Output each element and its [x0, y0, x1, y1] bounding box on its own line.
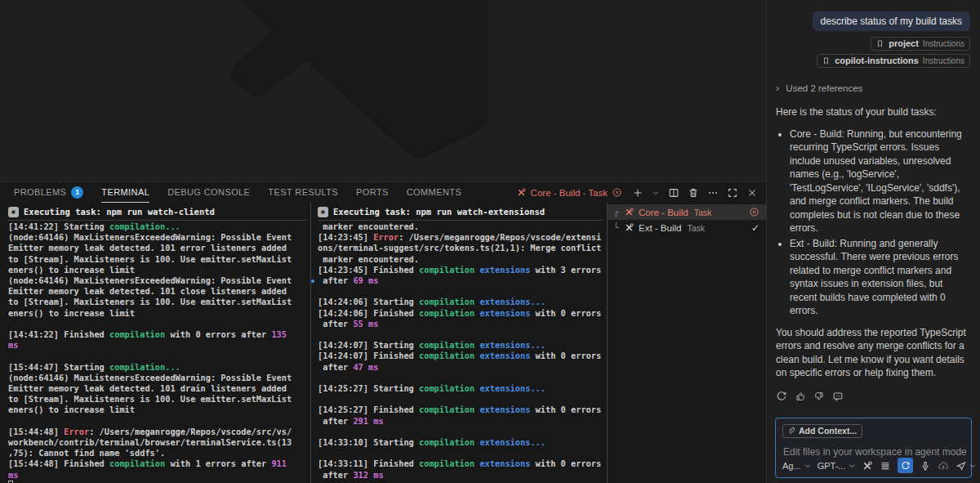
- tools-icon: [624, 222, 635, 233]
- terminal-output-client: [14:41:22] Starting compilation...(node:…: [8, 221, 307, 483]
- terminal-line: after 291 ms: [318, 416, 604, 427]
- terminal-line: Emitter memory leak detected. 101 drain …: [8, 383, 307, 394]
- task-star-icon: ✱: [318, 207, 328, 217]
- terminal-line: Emitter memory leak detected. 101 close …: [8, 286, 307, 297]
- terminal-line: (node:64146) MaxListenersExceededWarning…: [8, 373, 307, 383]
- thumbs-down-icon[interactable]: [813, 391, 825, 402]
- terminal-line: [8, 319, 307, 329]
- terminal-line: marker encountered.: [318, 254, 604, 265]
- tree-guide: ┌: [613, 208, 620, 217]
- terminal-pane-extensions[interactable]: ✱ Executing task: npm run watch-extensio…: [311, 203, 608, 483]
- vscode-window: PROBLEMS 1 TERMINAL DEBUG CONSOLE TEST R…: [0, 0, 980, 483]
- instructions-chip-copilot[interactable]: copilot-instructions Instructions: [817, 54, 970, 68]
- terminal-area: ✱ Executing task: npm run watch-clientd …: [0, 203, 766, 483]
- terminal-line: [14:23:45] Finished compilation extensio…: [318, 265, 604, 275]
- terminal-line: [14:41:22] Finished compilation with 0 e…: [8, 329, 307, 340]
- used-references-toggle[interactable]: › Used 2 references: [776, 82, 970, 94]
- terminal-list-item-core-build[interactable]: ┌ Core - Build Task: [608, 204, 766, 220]
- auto-approve-toggle[interactable]: [898, 458, 913, 473]
- cloud-upload-icon[interactable]: [938, 460, 949, 472]
- terminal-line: after 55 ms: [318, 319, 604, 329]
- microphone-icon[interactable]: [920, 460, 931, 472]
- terminal-kind: Task: [694, 208, 712, 217]
- terminal-error-icon: [749, 207, 760, 217]
- tab-problems-label: PROBLEMS: [14, 187, 66, 197]
- tab-ports[interactable]: PORTS: [356, 182, 389, 203]
- tab-debug-console[interactable]: DEBUG CONSOLE: [167, 182, 250, 203]
- terminal-line: [15:44:48] Error: /Users/meganrogge/Repo…: [8, 427, 307, 437]
- terminal-line: ms: [8, 470, 307, 481]
- maximize-panel-icon[interactable]: [727, 187, 738, 199]
- problems-count-badge: 1: [71, 186, 83, 199]
- terminal-line: [14:24:07] Starting compilation extensio…: [318, 340, 604, 351]
- active-task-indicator[interactable]: Core - Build - Task: [516, 187, 622, 198]
- new-terminal-icon[interactable]: [632, 187, 644, 199]
- terminal-line: [14:24:07] Finished compilation extensio…: [318, 351, 604, 361]
- response-bullet-list: Core - Build: Running, but encountering …: [776, 127, 970, 318]
- terminal-output-extensions: marker encountered.[14:23:45] Error: /Us…: [318, 221, 604, 481]
- bookmark-icon: [822, 56, 831, 65]
- split-terminal-icon[interactable]: [668, 187, 679, 199]
- tools-icon: [516, 187, 527, 198]
- vscode-logo-watermark: [231, 0, 488, 159]
- tab-test-results[interactable]: TEST RESULTS: [268, 182, 338, 203]
- task-header-client: ✱ Executing task: npm run watch-clientd: [8, 204, 307, 221]
- response-actions: [776, 391, 970, 402]
- send-icon: [956, 460, 967, 472]
- instructions-chip-project[interactable]: project Instructions: [871, 37, 970, 51]
- chat-input-toolbar: Ag... GPT-...: [782, 457, 966, 474]
- terminal-line: [318, 448, 604, 458]
- task-star-icon: ✱: [8, 207, 19, 217]
- terminal-line: [14:33:10] Starting compilation extensio…: [318, 437, 604, 448]
- terminal-line: after 47 ms: [318, 362, 604, 373]
- terminal-kind: Task: [687, 223, 705, 233]
- editor-area: [0, 0, 766, 181]
- tab-comments[interactable]: COMMENTS: [407, 182, 461, 203]
- chevron-right-icon: ›: [776, 82, 779, 94]
- chat-input-placeholder[interactable]: Edit files in your workspace in agent mo…: [783, 446, 967, 458]
- terminal-line: after 69 ms: [318, 275, 604, 286]
- task-error-icon: [612, 187, 622, 198]
- paperclip-icon: [787, 427, 795, 435]
- terminal-line: [318, 427, 604, 437]
- tab-terminal[interactable]: TERMINAL: [101, 182, 149, 203]
- thumbs-up-icon[interactable]: [795, 391, 806, 402]
- task-header-label: Executing task: npm run watch-extensions…: [333, 206, 545, 218]
- terminal-line: marker encountered.: [318, 221, 604, 232]
- terminal-line: [318, 394, 604, 405]
- response-bullet-core-build: Core - Build: Running, but encountering …: [790, 127, 970, 235]
- terminal-line: [15:44:48] Finished compilation with 1 e…: [8, 458, 307, 469]
- terminal-line: to [Stream]. MaxListeners is 100. Use em…: [8, 254, 307, 265]
- tab-problems[interactable]: PROBLEMS 1: [14, 182, 83, 203]
- terminal-line: (node:64146) MaxListenersExceededWarning…: [8, 232, 307, 243]
- close-panel-icon[interactable]: [746, 187, 758, 199]
- terminal-dropdown-icon[interactable]: [652, 189, 660, 197]
- terminal-line: (node:64146) MaxListenersExceededWarning…: [8, 275, 307, 286]
- chat-input-box[interactable]: Add Context... Edit files in your worksp…: [775, 418, 972, 478]
- terminal-name: Ext - Build: [639, 223, 681, 233]
- kill-terminal-icon[interactable]: [688, 187, 699, 199]
- send-button[interactable]: [956, 460, 977, 472]
- response-intro: Here is the status of your build tasks:: [776, 105, 970, 119]
- terminal-line: [14:24:06] Finished compilation extensio…: [318, 308, 604, 319]
- feedback-comment-icon[interactable]: [832, 391, 844, 402]
- tools-icon[interactable]: [862, 460, 873, 472]
- copilot-chat-panel: describe status of my build tasks projec…: [766, 0, 980, 483]
- terminal-pane-client[interactable]: ✱ Executing task: npm run watch-clientd …: [0, 203, 311, 483]
- bottom-panel: PROBLEMS 1 TERMINAL DEBUG CONSOLE TEST R…: [0, 181, 766, 483]
- response-outro: You should address the reported TypeScri…: [776, 326, 970, 380]
- add-context-button[interactable]: Add Context...: [782, 424, 862, 438]
- chat-input-icons: [862, 458, 977, 473]
- terminal-line: [14:41:22] Starting compilation...: [8, 221, 307, 232]
- rerun-icon[interactable]: [776, 391, 787, 402]
- list-icon[interactable]: [880, 460, 891, 472]
- terminal-line: [318, 286, 604, 297]
- chevron-down-icon: [848, 462, 856, 470]
- agent-mode-picker[interactable]: Ag...: [782, 461, 812, 471]
- more-actions-icon[interactable]: [707, 187, 719, 199]
- terminal-list-item-ext-build[interactable]: └ Ext - Build Task ✓: [608, 220, 766, 235]
- terminal-success-icon: ✓: [751, 222, 760, 234]
- terminal-line: to [Stream]. MaxListeners is 100. Use em…: [8, 297, 307, 307]
- terminal-line: [14:23:45] Error: /Users/meganrogge/Repo…: [318, 232, 604, 243]
- model-picker[interactable]: GPT-...: [817, 461, 857, 471]
